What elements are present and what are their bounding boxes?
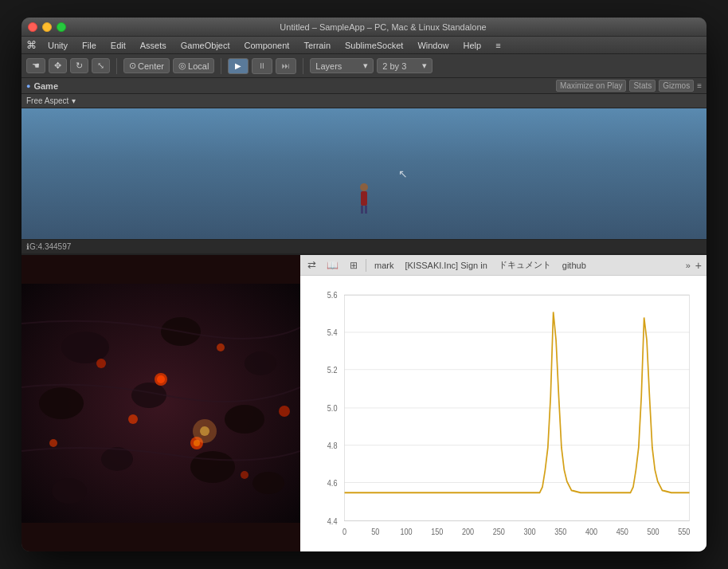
expand-icon[interactable]: » bbox=[686, 261, 691, 270]
svg-text:50: 50 bbox=[371, 527, 379, 536]
window-title: Untitled – SampleApp – PC, Mac & Linux S… bbox=[66, 22, 700, 32]
menu-terrain[interactable]: Terrain bbox=[297, 39, 337, 52]
char-leg-right bbox=[365, 206, 367, 214]
menu-gameobject[interactable]: GameObject bbox=[174, 39, 237, 52]
center-button[interactable]: ⊙ Center bbox=[123, 58, 170, 73]
panel-menu-icon[interactable]: ≡ bbox=[697, 81, 702, 90]
svg-point-13 bbox=[96, 359, 106, 368]
cursor-icon: ↖ bbox=[398, 167, 408, 180]
svg-point-8 bbox=[190, 451, 235, 483]
hand-tool-button[interactable]: ☚ bbox=[26, 58, 45, 73]
bookmark-kissaki[interactable]: [KISSAKI.Inc] Sign in bbox=[401, 259, 490, 272]
performance-chart: 5.6 5.4 5.2 5.0 4.8 4.6 4.4 0 50 100 150 bbox=[308, 284, 699, 543]
svg-text:300: 300 bbox=[523, 527, 535, 536]
svg-point-4 bbox=[39, 387, 84, 419]
local-label: Local bbox=[188, 61, 209, 71]
play-button[interactable]: ▶ bbox=[228, 58, 249, 74]
menu-edit[interactable]: Edit bbox=[104, 39, 132, 52]
status-bar: ℹ G:4.344597 bbox=[22, 239, 706, 253]
aspect-dropdown[interactable]: Free Aspect ▾ bbox=[26, 96, 76, 105]
svg-point-7 bbox=[101, 447, 133, 471]
hand-icon: ☚ bbox=[32, 61, 40, 71]
aspect-label: Free Aspect bbox=[26, 96, 68, 105]
svg-text:400: 400 bbox=[585, 527, 597, 536]
rotate-icon: ↻ bbox=[76, 61, 83, 71]
stats-button[interactable]: Stats bbox=[629, 80, 656, 92]
rotate-tool-button[interactable]: ↻ bbox=[70, 58, 88, 73]
svg-point-9 bbox=[52, 478, 87, 504]
toolbar-separator-3 bbox=[303, 58, 303, 74]
svg-text:4.4: 4.4 bbox=[327, 516, 338, 526]
viewport-background: ↖ bbox=[22, 108, 706, 239]
layout-dropdown[interactable]: 2 by 3 ▾ bbox=[377, 58, 432, 73]
svg-text:5.6: 5.6 bbox=[327, 291, 338, 300]
char-leg-left bbox=[361, 206, 363, 214]
svg-point-10 bbox=[252, 472, 284, 494]
close-button[interactable] bbox=[28, 22, 37, 32]
browser-sep-1 bbox=[366, 259, 366, 272]
layers-label: Layers bbox=[315, 61, 342, 71]
local-icon: ◎ bbox=[178, 61, 186, 71]
svg-point-15 bbox=[279, 406, 290, 417]
svg-text:250: 250 bbox=[493, 527, 505, 536]
scale-icon: ⤡ bbox=[97, 61, 104, 71]
svg-point-22 bbox=[200, 426, 209, 436]
apple-icon[interactable]: ⌘ bbox=[26, 39, 37, 51]
menu-component[interactable]: Component bbox=[238, 39, 296, 52]
bookmark-github[interactable]: github bbox=[559, 259, 589, 272]
move-icon: ✥ bbox=[54, 61, 61, 71]
pause-button[interactable]: ⏸ bbox=[252, 58, 272, 74]
menu-sublimesocket[interactable]: SublimeSocket bbox=[339, 39, 409, 52]
aspect-arrow-icon: ▾ bbox=[72, 96, 76, 105]
svg-text:4.6: 4.6 bbox=[327, 478, 338, 488]
maximize-button[interactable] bbox=[57, 22, 66, 32]
chart-grid: 5.6 5.4 5.2 5.0 4.8 4.6 4.4 0 50 100 150 bbox=[327, 291, 691, 536]
svg-point-14 bbox=[217, 343, 225, 351]
game-title-text: Game bbox=[33, 81, 58, 91]
svg-text:0: 0 bbox=[342, 527, 346, 536]
add-tab-button[interactable]: + bbox=[695, 259, 702, 272]
gizmos-button[interactable]: Gizmos bbox=[659, 80, 694, 92]
scale-tool-button[interactable]: ⤡ bbox=[92, 58, 110, 73]
game-viewport[interactable]: ↖ bbox=[22, 108, 706, 239]
local-button[interactable]: ◎ Local bbox=[173, 58, 214, 73]
chart-line bbox=[345, 312, 690, 492]
game-panel-title: ● Game bbox=[26, 81, 58, 91]
svg-text:200: 200 bbox=[462, 527, 474, 536]
menu-help[interactable]: Help bbox=[457, 39, 488, 52]
svg-text:450: 450 bbox=[616, 527, 628, 536]
grid-view-button[interactable]: ⊞ bbox=[346, 259, 361, 272]
svg-point-6 bbox=[225, 405, 264, 434]
svg-text:4.8: 4.8 bbox=[327, 441, 338, 450]
layers-dropdown[interactable]: Layers ▾ bbox=[310, 58, 374, 73]
svg-text:5.0: 5.0 bbox=[327, 403, 338, 413]
menu-assets[interactable]: Assets bbox=[134, 39, 173, 52]
browser-panel: ⇄ 📖 ⊞ mark [KISSAKI.Inc] Sign in ドキュメント … bbox=[300, 255, 706, 551]
menu-list-icon[interactable]: ≡ bbox=[489, 39, 507, 52]
menu-window[interactable]: Window bbox=[411, 39, 455, 52]
menu-bar: ⌘ Unity File Edit Assets GameObject Comp… bbox=[22, 37, 706, 54]
menu-unity[interactable]: Unity bbox=[41, 39, 74, 52]
center-icon: ⊙ bbox=[129, 61, 136, 71]
step-button[interactable]: ⏭ bbox=[276, 58, 296, 74]
svg-text:350: 350 bbox=[554, 527, 566, 536]
pause-icon: ⏸ bbox=[258, 61, 266, 70]
back-button[interactable]: ⇄ bbox=[305, 258, 319, 272]
move-tool-button[interactable]: ✥ bbox=[49, 58, 67, 73]
svg-point-16 bbox=[49, 439, 57, 447]
character-model bbox=[356, 183, 372, 215]
chart-area: 5.6 5.4 5.2 5.0 4.8 4.6 4.4 0 50 100 150 bbox=[300, 276, 706, 551]
svg-text:5.2: 5.2 bbox=[327, 365, 338, 375]
char-head bbox=[360, 183, 368, 191]
aspect-bar: Free Aspect ▾ bbox=[22, 94, 706, 108]
bookmark-docs[interactable]: ドキュメント bbox=[495, 257, 554, 273]
menu-file[interactable]: File bbox=[76, 39, 103, 52]
bookmarks-icon[interactable]: 📖 bbox=[323, 259, 342, 272]
texture-svg bbox=[22, 255, 300, 551]
svg-text:100: 100 bbox=[400, 527, 412, 536]
maximize-on-play-button[interactable]: Maximize on Play bbox=[556, 80, 626, 92]
svg-point-19 bbox=[241, 471, 249, 479]
bookmark-mark[interactable]: mark bbox=[371, 259, 397, 272]
minimize-button[interactable] bbox=[42, 22, 52, 32]
game-panel-header: ● Game Maximize on Play Stats Gizmos ≡ bbox=[22, 78, 706, 94]
